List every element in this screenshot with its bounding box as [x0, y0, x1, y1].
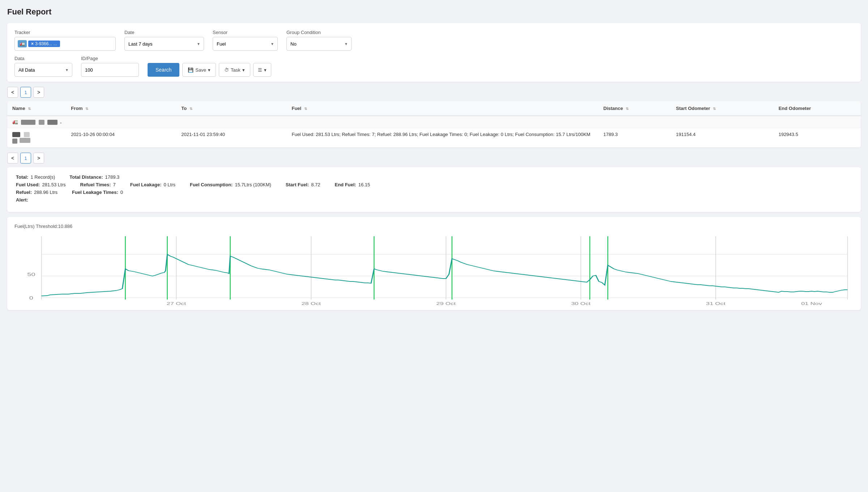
data-filter-group: Data All Data Filtered Data — [14, 56, 72, 77]
row-name-text — [20, 138, 30, 143]
chart-container: 0 50 — [14, 233, 854, 305]
fuel-used-value: 281.53 Ltrs — [42, 182, 65, 187]
svg-text:28 Oct: 28 Oct — [301, 301, 321, 305]
row-name-sq — [24, 132, 30, 137]
toolbar-group: a Search 💾 Save ▾ ⏱ Task ▾ ☰ — [148, 56, 271, 77]
row-from: 2021-10-26 00:00:04 — [66, 128, 176, 148]
group-condition-select[interactable]: No Yes — [286, 37, 352, 51]
list-button[interactable]: ☰ ▾ — [253, 63, 271, 77]
id-page-input[interactable] — [81, 63, 139, 77]
list-icon: ☰ — [258, 67, 262, 73]
prev-page-button-bottom[interactable]: < — [7, 153, 18, 164]
sensor-select-wrapper: Fuel Temperature Speed — [213, 37, 278, 51]
save-button[interactable]: 💾 Save ▾ — [182, 63, 216, 77]
start-odo-sort-icon[interactable]: ⇅ — [713, 107, 716, 111]
total-value: 1 Record(s) — [30, 174, 55, 180]
start-fuel-label: Start Fuel: — [286, 182, 309, 187]
refuel-times-value: 7 — [113, 182, 116, 187]
row-name — [7, 128, 66, 148]
tracker-label: Tracker — [14, 30, 116, 35]
date-group: Date Last 7 days Today Yesterday This We… — [124, 30, 204, 51]
date-select[interactable]: Last 7 days Today Yesterday This Week Th… — [124, 37, 204, 51]
id-page-label: ID/Page — [81, 56, 139, 61]
list-chevron: ▾ — [264, 67, 267, 73]
date-select-wrapper: Last 7 days Today Yesterday This Week Th… — [124, 37, 204, 51]
group-row-name: 🚛 . — [7, 116, 861, 128]
save-label: Save — [195, 67, 206, 73]
fuel-chart: 0 50 — [14, 233, 854, 305]
tracker-tag-remove[interactable]: × — [31, 41, 34, 46]
total-label: Total: — [16, 174, 28, 180]
filter-section: Tracker 🚛 × 3-9366... ... Date Last 7 da… — [7, 23, 861, 82]
svg-text:31 Oct: 31 Oct — [706, 301, 726, 305]
row-to: 2021-11-01 23:59:40 — [176, 128, 286, 148]
data-table-section: Name ⇅ From ⇅ To ⇅ Fuel ⇅ Distance ⇅ Sta… — [7, 101, 861, 148]
refuel-times-label: Refuel Times: — [80, 182, 111, 187]
toolbar: Search 💾 Save ▾ ⏱ Task ▾ ☰ ▾ — [148, 63, 271, 77]
distance-sort-icon[interactable]: ⇅ — [626, 107, 629, 111]
chart-title: Fuel(Ltrs) Threshold:10.886 — [14, 224, 854, 229]
clock-icon: ⏱ — [224, 67, 229, 73]
total-distance-label: Total Distance: — [69, 174, 103, 180]
next-page-button[interactable]: > — [33, 87, 44, 98]
col-fuel: Fuel ⇅ — [286, 101, 598, 116]
fuel-leakage-value: 0 Ltrs — [163, 182, 175, 187]
sensor-group: Sensor Fuel Temperature Speed — [213, 30, 278, 51]
group-condition-group: Group Condition No Yes — [286, 30, 352, 51]
pagination-bottom: < 1 > — [7, 153, 861, 164]
tracker-group: Tracker 🚛 × 3-9366... ... — [14, 30, 116, 51]
total-distance-value: 1789.3 — [105, 174, 120, 180]
fuel-sort-icon[interactable]: ⇅ — [304, 107, 307, 111]
data-filter-select[interactable]: All Data Filtered Data — [14, 63, 72, 77]
svg-text:27 Oct: 27 Oct — [167, 301, 187, 305]
to-sort-icon[interactable]: ⇅ — [190, 107, 192, 111]
tracker-tag-label: 3-9366... ... — [35, 41, 57, 46]
table-row-group: 🚛 . — [7, 116, 861, 128]
task-label: Task — [231, 67, 241, 73]
date-label: Date — [124, 30, 204, 35]
end-fuel-label: End Fuel: — [335, 182, 356, 187]
svg-text:50: 50 — [27, 272, 35, 277]
col-end-odometer: End Odometer — [774, 101, 861, 116]
task-button[interactable]: ⏱ Task ▾ — [219, 63, 250, 77]
id-page-group: ID/Page — [81, 56, 139, 77]
name-dot: . — [60, 119, 62, 124]
prev-page-button[interactable]: < — [7, 87, 18, 98]
search-button[interactable]: Search — [148, 63, 179, 77]
current-page: 1 — [20, 87, 31, 98]
refuel-value: 288.96 Ltrs — [34, 190, 58, 195]
task-chevron: ▾ — [242, 67, 245, 73]
next-page-button-bottom[interactable]: > — [33, 153, 44, 164]
row-name-icon2 — [12, 139, 17, 144]
alert-label: Alert: — [16, 197, 28, 203]
floppy-icon: 💾 — [188, 67, 193, 73]
data-filter-select-wrapper: All Data Filtered Data — [14, 63, 72, 77]
current-page-bottom: 1 — [20, 153, 31, 164]
row-end-odometer: 192943.5 — [774, 128, 861, 148]
svg-text:0: 0 — [29, 296, 33, 300]
row-start-odometer: 191154.4 — [671, 128, 774, 148]
svg-text:01 Nov: 01 Nov — [801, 301, 822, 305]
from-sort-icon[interactable]: ⇅ — [85, 107, 88, 111]
refuel-label: Refuel: — [16, 190, 32, 195]
col-to: To ⇅ — [176, 101, 286, 116]
name-sort-icon[interactable]: ⇅ — [28, 107, 31, 111]
col-distance: Distance ⇅ — [598, 101, 671, 116]
row-fuel: Fuel Used: 281.53 Ltrs; Refuel Times: 7;… — [286, 128, 598, 148]
data-table: Name ⇅ From ⇅ To ⇅ Fuel ⇅ Distance ⇅ Sta… — [7, 101, 861, 148]
truck-icon-row: 🚛 — [12, 119, 18, 124]
fuel-leakage-label: Fuel Leakage: — [130, 182, 162, 187]
sensor-select[interactable]: Fuel Temperature Speed — [213, 37, 278, 51]
summary-section: Total: 1 Record(s) Total Distance: 1789.… — [7, 167, 861, 212]
svg-text:30 Oct: 30 Oct — [571, 301, 591, 305]
sensor-label: Sensor — [213, 30, 278, 35]
save-chevron: ▾ — [208, 67, 210, 73]
group-condition-label: Group Condition — [286, 30, 352, 35]
tracker-input[interactable]: 🚛 × 3-9366... ... — [14, 37, 116, 51]
fuel-consumption-value: 15.7Ltrs (100KM) — [235, 182, 271, 187]
col-from: From ⇅ — [66, 101, 176, 116]
name-block-3 — [47, 120, 58, 125]
tracker-tag: × 3-9366... ... — [28, 41, 60, 47]
name-block-2 — [39, 120, 44, 125]
col-name: Name ⇅ — [7, 101, 66, 116]
